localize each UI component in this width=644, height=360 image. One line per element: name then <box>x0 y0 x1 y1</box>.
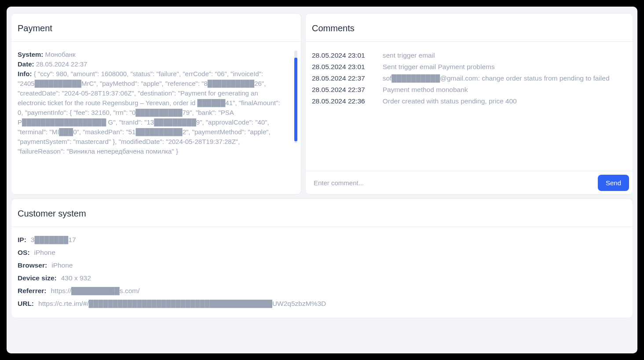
top-row: Payment System: Монобанк Date: 28.05.202… <box>11 13 633 195</box>
customer-body: IP:3███████17OS:iPhoneBrowser:iPhoneDevi… <box>11 227 633 318</box>
payment-info-label: Info: <box>18 70 32 77</box>
page: Payment System: Монобанк Date: 28.05.202… <box>7 7 637 353</box>
customer-rows: IP:3███████17OS:iPhoneBrowser:iPhoneDevi… <box>18 235 626 308</box>
comment-date: 28.05.2024 22:36 <box>312 96 365 107</box>
payment-title: Payment <box>18 23 295 33</box>
comment-date: 28.05.2024 23:01 <box>312 61 365 72</box>
comment-row: 28.05.2024 22:37Payment method monobank <box>312 84 626 95</box>
comment-row: 28.05.2024 22:37sof██████████@gmail.com:… <box>312 73 626 84</box>
payment-system-label: System: <box>18 51 43 58</box>
kv-key: IP: <box>18 235 26 244</box>
comment-text: Order created with status pending, price… <box>383 96 517 107</box>
scrollbar-thumb[interactable] <box>294 58 297 141</box>
kv-row: URL:https://c.rte.im/#/█████████████████… <box>18 299 626 308</box>
comment-date: 28.05.2024 22:37 <box>312 73 365 84</box>
comment-row: 28.05.2024 23:01Sent trigger email Payme… <box>312 61 626 72</box>
comment-input[interactable] <box>314 179 598 187</box>
comments-list: 28.05.2024 23:01sent trigger email28.05.… <box>312 50 626 107</box>
kv-value: 3███████17 <box>31 235 76 244</box>
kv-value: iPhone <box>34 248 55 257</box>
comment-date: 28.05.2024 22:37 <box>312 84 365 95</box>
kv-key: Device size: <box>18 273 57 283</box>
comments-title: Comments <box>312 23 626 33</box>
comment-text: sent trigger email <box>383 50 435 61</box>
comment-row: 28.05.2024 22:36Order created with statu… <box>312 96 626 107</box>
kv-row: OS:iPhone <box>18 248 626 257</box>
kv-key: Referrer: <box>18 286 46 295</box>
kv-key: Browser: <box>18 261 47 270</box>
customer-title: Customer system <box>18 209 626 219</box>
kv-row: Referrer:https://██████████s.com/ <box>18 286 626 295</box>
payment-info-value: { "ccy": 980, "amount": 1608000, "status… <box>18 70 280 155</box>
comment-row: 28.05.2024 23:01sent trigger email <box>312 50 626 61</box>
comments-header: Comments <box>306 14 633 42</box>
payment-content: System: Монобанк Date: 28.05.2024 22:37 … <box>18 50 295 156</box>
payment-body: System: Монобанк Date: 28.05.2024 22:37 … <box>11 42 301 194</box>
scrollbar-track[interactable] <box>294 51 297 143</box>
payment-system-value: Монобанк <box>45 51 76 58</box>
send-button[interactable]: Send <box>598 175 629 191</box>
kv-key: URL: <box>18 299 34 308</box>
payment-card: Payment System: Монобанк Date: 28.05.202… <box>11 13 301 195</box>
kv-row: Device size:430 x 932 <box>18 273 626 283</box>
kv-value: 430 x 932 <box>61 273 91 283</box>
kv-value: iPhone <box>51 261 73 270</box>
kv-row: IP:3███████17 <box>18 235 626 244</box>
comment-text: sof██████████@gmail.com: change order st… <box>383 73 610 84</box>
kv-row: Browser:iPhone <box>18 261 626 270</box>
kv-value: https://c.rte.im/#/█████████████████████… <box>38 299 326 308</box>
kv-value: https://██████████s.com/ <box>51 286 139 295</box>
payment-date-label: Date: <box>18 60 34 68</box>
payment-date-value: 28.05.2024 22:37 <box>36 60 88 68</box>
comment-text: Payment method monobank <box>383 84 468 95</box>
comments-card: Comments 28.05.2024 23:01sent trigger em… <box>305 13 633 195</box>
comments-footer: Send <box>306 171 633 194</box>
customer-card: Customer system IP:3███████17OS:iPhoneBr… <box>11 198 633 318</box>
payment-header: Payment <box>11 14 301 42</box>
comment-text: Sent trigger email Payment problems <box>383 61 495 72</box>
comment-date: 28.05.2024 23:01 <box>312 50 365 61</box>
kv-key: OS: <box>18 248 30 257</box>
customer-header: Customer system <box>11 199 633 227</box>
